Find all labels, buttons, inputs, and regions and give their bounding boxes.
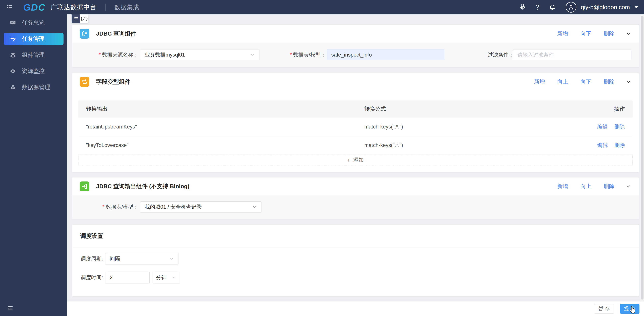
list-view-icon <box>73 16 78 21</box>
delete-component-link[interactable]: 删除 <box>604 30 614 37</box>
cell-actions: 编辑 删除 <box>596 142 632 149</box>
panel-jdbc-query-form: *数据来源名称： 业务数据mysql01 *数据表/模型： 过滤条件： <box>72 43 638 67</box>
chevron-down-icon <box>252 205 257 209</box>
select-value: 我的域01 / 安全检查记录 <box>145 203 202 210</box>
required-mark: * <box>99 52 101 58</box>
panel-collapse-chevron-icon[interactable] <box>626 79 631 85</box>
topbar-divider <box>105 4 106 11</box>
panel-collapse-chevron-icon[interactable] <box>626 31 631 36</box>
schedule-cycle-select[interactable]: 间隔 <box>105 253 178 265</box>
layout-list-icon <box>6 4 12 10</box>
panel-jdbc-output: JDBC 查询输出组件 (不支持 Binlog) 新增 向上 删除 *数据表/模… <box>72 177 638 219</box>
layers-icon <box>10 52 16 58</box>
bug-report-icon[interactable] <box>519 4 526 10</box>
column-header-actions: 操作 <box>596 105 632 113</box>
table-row: "retainUpstreamKeys" match-keys(".*.") 编… <box>78 118 632 136</box>
dashboard-icon <box>10 20 16 26</box>
edit-row-link[interactable]: 编辑 <box>597 123 608 130</box>
add-component-link[interactable]: 新增 <box>557 30 568 37</box>
select-value: 业务数据mysql01 <box>145 51 185 58</box>
list-view-toggle-button[interactable] <box>72 14 80 23</box>
notifications-bell-icon[interactable] <box>549 4 556 10</box>
cell-formula: match-keys(".*.") <box>364 142 596 148</box>
submit-button-label: 提 交 <box>624 305 636 312</box>
delete-row-link[interactable]: 删除 <box>614 123 625 130</box>
sidebar-menu: 任务总览 任务管理 组件管理 <box>0 14 67 95</box>
field-table-model: *数据表/模型： <box>290 49 444 60</box>
delete-row-link[interactable]: 删除 <box>614 142 625 149</box>
panel-actions: 新增 向上 删除 <box>545 183 631 190</box>
field-label: *数据表/模型： <box>290 51 325 58</box>
column-header-formula: 转换公式 <box>364 105 596 113</box>
panel-field-transform: 字段变型组件 新增 向上 向下 删除 转换输出 转换公式 操作 "retainU… <box>72 73 638 172</box>
jdbc-output-component-icon <box>80 181 90 191</box>
panel-jdbc-output-form: *数据表/模型： 我的域01 / 安全检查记录 <box>72 195 638 219</box>
add-component-link[interactable]: 新增 <box>557 183 568 190</box>
delete-component-link[interactable]: 删除 <box>604 183 614 190</box>
field-label: 过滤条件： <box>488 51 511 58</box>
eye-icon <box>10 68 16 74</box>
move-up-link[interactable]: 向上 <box>580 183 591 190</box>
schedule-time-unit-select[interactable]: 分钟 <box>153 272 180 284</box>
main-content: {/} JDBC 查询组件 新增 向下 删除 <box>67 14 644 316</box>
topbar-right: ? qiy-b@glodon.com <box>510 2 644 12</box>
panel-actions: 新增 向下 删除 <box>545 30 631 37</box>
schedule-time-input[interactable] <box>105 272 150 284</box>
chevron-down-icon <box>169 256 174 261</box>
required-mark: * <box>290 52 292 58</box>
panel-schedule-settings: 调度设置 调度周期: 间隔 调度时间: 分钟 <box>72 225 638 296</box>
table-model-input[interactable] <box>327 49 444 60</box>
help-icon[interactable]: ? <box>536 4 539 11</box>
sidebar-item-datasource-management[interactable]: 数据源管理 <box>4 79 64 95</box>
sidebar-item-label: 任务总览 <box>22 19 45 27</box>
user-avatar[interactable] <box>566 2 576 12</box>
sidebar-item-task-overview[interactable]: 任务总览 <box>4 15 64 31</box>
topbar-menu-toggle-button[interactable] <box>0 0 18 14</box>
transform-table: 转换输出 转换公式 操作 "retainUpstreamKeys" match-… <box>78 101 632 165</box>
datasource-name-select[interactable]: 业务数据mysql01 <box>140 49 260 60</box>
user-menu-caret-icon[interactable] <box>634 6 638 8</box>
field-label: 调度周期: <box>81 255 105 262</box>
field-label: *数据来源名称： <box>98 51 138 58</box>
datasource-icon <box>10 84 16 90</box>
schedule-title-row: 调度设置 <box>72 225 638 247</box>
field-transform-component-icon <box>80 77 90 87</box>
move-up-link[interactable]: 向上 <box>557 78 568 86</box>
jdbc-query-component-icon <box>80 29 90 39</box>
chevron-down-icon <box>172 275 177 280</box>
chevron-down-icon <box>250 52 255 57</box>
output-table-model-select[interactable]: 我的域01 / 安全检查记录 <box>140 201 262 212</box>
field-label-text: 过滤条件： <box>488 52 514 58</box>
edit-row-link[interactable]: 编辑 <box>597 142 608 149</box>
sidebar-collapse-button[interactable] <box>7 305 14 311</box>
field-label: *数据表/模型： <box>98 203 138 210</box>
field-schedule-cycle: 调度周期: 间隔 <box>81 253 638 265</box>
vertical-scrollbar-thumb[interactable] <box>641 16 644 300</box>
vertical-scrollbar-track[interactable] <box>640 14 644 301</box>
topbar: GDC 广联达数据中台 数据集成 ? qiy-b@ <box>0 0 644 14</box>
submit-button[interactable]: 提 交 <box>620 304 640 314</box>
code-view-toggle-button[interactable]: {/} <box>80 14 88 23</box>
column-header-output: 转换输出 <box>78 105 364 113</box>
sidebar-item-resource-monitor[interactable]: 资源监控 <box>4 63 64 79</box>
user-email[interactable]: qiy-b@glodon.com <box>581 4 630 10</box>
filter-condition-input[interactable] <box>513 49 631 60</box>
field-output-table-model: *数据表/模型： 我的域01 / 安全检查记录 <box>98 201 262 212</box>
move-down-link[interactable]: 向下 <box>580 30 591 37</box>
sidebar-item-component-management[interactable]: 组件管理 <box>4 47 64 63</box>
cell-output: "keyToLowercase" <box>78 142 364 148</box>
panel-actions: 新增 向上 向下 删除 <box>522 78 631 86</box>
panel-title: JDBC 查询组件 <box>96 30 136 38</box>
add-transform-row-button[interactable]: + 添加 <box>78 155 632 165</box>
delete-component-link[interactable]: 删除 <box>604 78 614 86</box>
move-down-link[interactable]: 向下 <box>580 78 591 86</box>
panel-collapse-chevron-icon[interactable] <box>626 183 631 189</box>
field-label-text: 数据表/模型： <box>293 52 326 58</box>
add-component-link[interactable]: 新增 <box>534 78 545 86</box>
panel-title: 字段变型组件 <box>96 78 130 86</box>
sidebar-item-task-management[interactable]: 任务管理 <box>4 33 64 45</box>
panel-title: JDBC 查询输出组件 (不支持 Binlog) <box>96 182 190 190</box>
cell-actions: 编辑 删除 <box>596 123 632 130</box>
save-draft-button[interactable]: 暂 存 <box>594 304 614 314</box>
cell-output: "retainUpstreamKeys" <box>78 124 364 130</box>
